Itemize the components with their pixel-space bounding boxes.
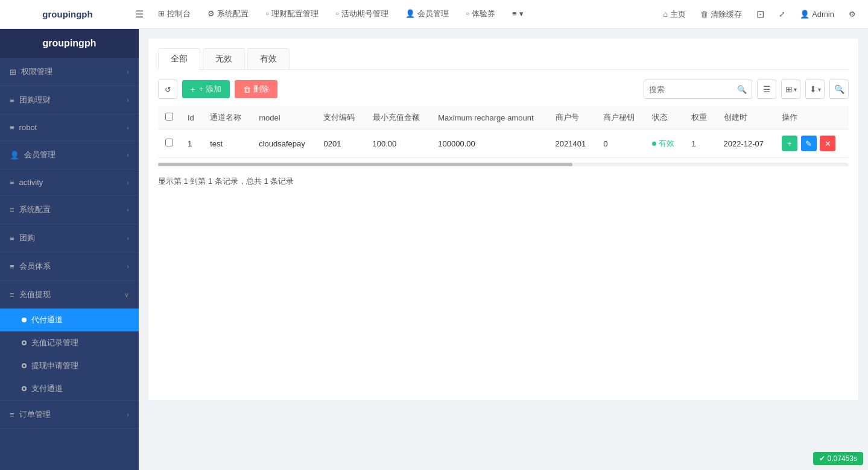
sidebar-item-robot[interactable]: ≡ robot › [0,114,139,140]
fullscreen-icon: ⤢ [779,10,785,19]
robot-icon: ≡ [10,123,14,132]
add-button[interactable]: + + 添加 [182,80,230,98]
order-icon: ≡ [10,410,14,419]
rights-icon: ⊞ [10,67,16,77]
sidebar-item-withdraw-apply[interactable]: 提现申请管理 [0,354,139,377]
row-checkbox[interactable] [165,139,173,146]
sidebar-group-recharge-withdraw: ≡ 充值提现 ∨ 代付通道 充值记录管理 提现申请管理 [0,281,139,401]
chevron-right-icon: › [127,206,129,213]
nav-home[interactable]: ⌂ 主页 [658,9,691,20]
filter-icon: 🔍 [834,84,844,94]
table-scrollbar[interactable] [158,163,849,166]
grid-icon: ⊞ [785,84,793,94]
sidebar-group-member-management: 👤 会员管理 › [0,141,139,169]
cell-model: cloudsafepay [252,130,316,158]
chevron-right-icon: › [127,96,129,104]
sidebar-item-member-management[interactable]: 👤 会员管理 › [0,141,139,169]
more-icon: ≡ [512,9,517,18]
sidebar-group-system-settings: ≡ 系统配置 › [0,196,139,224]
search-input[interactable] [649,85,737,94]
nav-system-config[interactable]: ⚙ 系统配置 [200,0,256,29]
sidebar-item-order-management[interactable]: ≡ 订单管理 › [0,401,139,428]
row-add-button[interactable]: + [782,136,797,151]
sidebar: groupingph ⊞ 权限管理 › ≡ 团购理财 › [0,29,139,470]
tab-all[interactable]: 全部 [158,48,200,70]
tab-valid[interactable]: 有效 [247,48,290,69]
chevron-right-icon: › [127,68,129,75]
tab-invalid[interactable]: 无效 [203,48,245,69]
top-navigation: groupingph ☰ ⊞ 控制台 ⚙ 系统配置 ○ 理财配置管理 ○ 活动期… [0,0,868,29]
nav-member-manage[interactable]: 👤 会员管理 [398,0,456,29]
search-box[interactable]: 🔍 [644,80,752,99]
sidebar-item-rights-management[interactable]: ⊞ 权限管理 › [0,58,139,86]
delete-button[interactable]: 🗑 删除 [235,80,277,98]
row-delete-button[interactable]: ✕ [820,136,835,151]
chevron-right-icon: › [127,411,129,418]
col-created-at: 创建时 [717,106,775,130]
chevron-down-icon: ▾ [818,86,821,93]
select-all-cell [158,106,180,130]
dot-icon [22,363,27,368]
nav-icon1[interactable]: ⊡ [752,8,769,20]
cell-id: 1 [180,130,203,158]
select-all-checkbox[interactable] [165,113,173,121]
nav-global-settings[interactable]: ⚙ [844,10,861,19]
col-merchant-key: 商户秘钥 [596,106,645,130]
activity-icon: ○ [335,10,339,17]
nav-experience-coupon[interactable]: ○ 体验券 [458,0,502,29]
sidebar-item-activity[interactable]: ≡ activity › [0,169,139,195]
main-content: 全部 无效 有效 ↺ + + 添加 🗑 删除 [139,29,868,470]
system-settings-icon: ≡ [10,205,14,215]
row-edit-button[interactable]: ✎ [801,136,817,151]
main-layout: groupingph ⊞ 权限管理 › ≡ 团购理财 › [0,29,868,470]
sidebar-item-group-buy[interactable]: ≡ 团购 › [0,224,139,252]
nav-clear-cache[interactable]: 🗑 清除缓存 [695,9,747,20]
data-table-wrap: Id 通道名称 model 支付编码 最小充值金额 Maximum rechar… [158,106,849,166]
group-finance-icon: ≡ [10,96,14,105]
cell-created-at: 2022-12-07 [717,130,775,158]
top-nav-right: ⌂ 主页 🗑 清除缓存 ⊡ ⤢ 👤 Admin ⚙ [658,8,861,20]
grid-icon: ⊡ [756,8,764,20]
export-icon: ⬇ [809,84,817,94]
view-list-button[interactable]: ☰ [757,80,776,99]
sidebar-item-recharge-records[interactable]: 充值记录管理 [0,331,139,354]
cell-channel-name: test [203,130,252,158]
member-icon: 👤 [405,9,415,18]
status-dot-icon [652,142,656,146]
col-actions: 操作 [775,106,849,130]
sidebar-group-rights: ⊞ 权限管理 › [0,58,139,86]
sidebar-item-recharge-withdraw[interactable]: ≡ 充值提现 ∨ [0,281,139,309]
status-badge: 有效 [652,138,674,149]
pagination-info: 显示第 1 到第 1 条记录，总共 1 条记录 [158,176,849,187]
status-indicator: ✔ [819,454,825,463]
nav-fullscreen[interactable]: ⤢ [774,10,790,19]
sidebar-group-robot: ≡ robot › [0,114,139,141]
cell-actions: + ✎ ✕ [775,130,849,158]
member-system-icon: ≡ [10,262,14,271]
filter-button[interactable]: 🔍 [829,80,849,99]
chevron-down-icon: ∨ [124,291,129,299]
export-button[interactable]: ⬇ ▾ [805,80,825,99]
nav-finance-config[interactable]: ○ 理财配置管理 [258,0,326,29]
list-icon: ☰ [763,84,771,94]
sidebar-item-proxy-channel[interactable]: 代付通道 [0,309,139,331]
status-bar: ✔ 0.07453s [813,452,863,465]
nav-activity-manage[interactable]: ○ 活动期号管理 [328,0,396,29]
sidebar-item-payment-channel[interactable]: 支付通道 [0,377,139,400]
finance-config-icon: ○ [265,10,269,17]
sidebar-item-member-system[interactable]: ≡ 会员体系 › [0,252,139,280]
col-max-amount: Maximum recharge amount [431,106,548,130]
menu-toggle-icon[interactable]: ☰ [130,8,148,20]
global-settings-icon: ⚙ [849,10,856,19]
chevron-right-icon: › [127,151,129,158]
cell-weight: 1 [684,130,716,158]
sidebar-item-system-settings[interactable]: ≡ 系统配置 › [0,196,139,224]
nav-more[interactable]: ≡ ▾ [505,0,531,29]
sidebar-submenu-recharge-withdraw: 代付通道 充值记录管理 提现申请管理 支付通道 [0,309,139,400]
sidebar-item-group-finance[interactable]: ≡ 团购理财 › [0,86,139,114]
col-id: Id [180,106,203,130]
refresh-button[interactable]: ↺ [158,80,177,99]
nav-dashboard[interactable]: ⊞ 控制台 [151,0,198,29]
nav-admin[interactable]: 👤 Admin [795,10,839,19]
view-grid-button[interactable]: ⊞ ▾ [781,80,800,99]
